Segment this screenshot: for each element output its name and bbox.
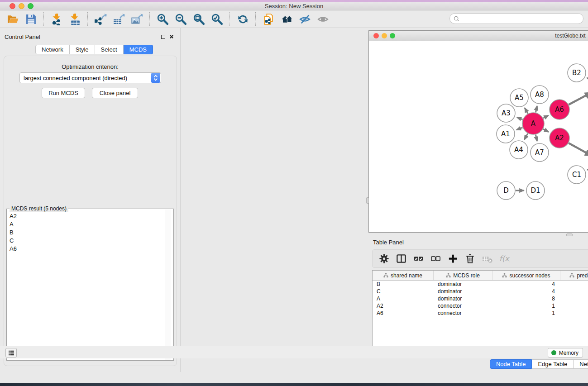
column-header-shared-name[interactable]: shared name [373, 271, 434, 280]
import-network-button[interactable] [48, 12, 66, 26]
mcds-result-item[interactable]: A6 [7, 244, 164, 253]
svg-text:f(x): f(x) [499, 254, 510, 263]
home-button[interactable] [277, 12, 296, 26]
add-button[interactable] [446, 252, 459, 266]
tab-node-table[interactable]: Node Table [490, 359, 532, 369]
graph-node-A3[interactable]: A3 [497, 104, 515, 122]
graph-node-A[interactable]: A [522, 113, 544, 134]
cell-MCDS-role: dominator [434, 295, 492, 302]
table-row[interactable]: Bdominator41B [373, 281, 588, 288]
status-bar: Memory [0, 346, 588, 358]
open-folder-button[interactable] [4, 12, 22, 26]
graph-node-A7[interactable]: A7 [531, 143, 549, 162]
horizontal-splitter-handle[interactable] [566, 234, 573, 236]
svg-text:C1: C1 [572, 171, 581, 179]
graph-node-B2[interactable]: B2 [568, 64, 586, 82]
graph-edge-A-A4[interactable] [524, 133, 528, 140]
select-all-icon [413, 253, 424, 264]
graph-edge-A2-C[interactable] [569, 143, 588, 156]
column-header-predecessor-nodes[interactable]: predecessor nodes [560, 271, 588, 280]
save-button[interactable] [22, 12, 40, 26]
memory-button[interactable]: Memory [548, 348, 583, 357]
graph-node-D1[interactable]: D1 [526, 181, 545, 200]
desktop-wallpaper-bottom [0, 383, 588, 386]
float-panel-icon[interactable] [161, 35, 165, 39]
zoom-in-button[interactable] [153, 12, 172, 26]
table-row[interactable]: A6connector11A6 [373, 310, 588, 317]
tab-mcds[interactable]: MCDS [124, 45, 153, 54]
toolbar-group [150, 12, 229, 26]
zoom-fit-button[interactable] [190, 12, 208, 26]
criterion-dropdown[interactable]: largest connected component (directed) [19, 72, 161, 83]
hide-graphics-details-button[interactable] [296, 12, 314, 26]
cell-MCDS-role: dominator [434, 288, 492, 295]
graph-node-A2[interactable]: A2 [550, 128, 569, 148]
network-window-title: testGlobe.txt [369, 33, 588, 39]
search-input[interactable] [460, 14, 583, 23]
graph-node-A5[interactable]: A5 [510, 89, 528, 107]
tab-edge-table[interactable]: Edge Table [532, 359, 574, 369]
clone-network-button[interactable] [259, 12, 277, 26]
graph-node-A1[interactable]: A1 [497, 125, 515, 143]
columns-button[interactable] [394, 252, 408, 266]
mcds-result-item[interactable]: A2 [7, 212, 164, 220]
search-field[interactable] [449, 13, 583, 24]
column-header-successor-nodes[interactable]: successor nodes [492, 271, 560, 280]
graph-edge-A-A3[interactable] [517, 117, 523, 119]
tab-select[interactable]: Select [95, 45, 124, 54]
mcds-result-item[interactable]: C [7, 236, 164, 244]
graph-edge-A-A6[interactable] [543, 115, 549, 118]
save-icon [25, 13, 37, 25]
close-panel-button[interactable]: Close panel [92, 88, 138, 98]
close-panel-icon[interactable] [169, 34, 174, 39]
cell-predecessor-nodes: 1 [560, 281, 588, 288]
graph-node-C1[interactable]: C1 [568, 166, 586, 184]
import-table-button[interactable] [66, 12, 84, 26]
columns-icon [396, 253, 407, 264]
table-row[interactable]: Adominator80A [373, 295, 588, 302]
control-panel: Control Panel NetworkStyleSelectMCDS Opt… [0, 28, 181, 372]
export-image-button[interactable] [128, 12, 146, 26]
deselect-all-button[interactable] [429, 252, 442, 266]
run-mcds-button[interactable]: Run MCDS [42, 88, 85, 98]
zoom-selected-button[interactable] [208, 12, 226, 26]
tab-network[interactable]: Network [35, 45, 70, 54]
cell-predecessor-nodes: 1 [560, 302, 588, 310]
table-toolbar: f(x) [372, 249, 588, 268]
graph-node-A8[interactable]: A8 [531, 86, 549, 104]
mcds-result-item[interactable]: B [7, 228, 164, 236]
graph-edge-A-A7[interactable] [535, 134, 537, 141]
trash-icon [464, 253, 476, 264]
mcds-result-list: A2ABCA6 [7, 212, 164, 360]
graph-edge-A-A8[interactable] [535, 106, 537, 113]
graph-node-A4[interactable]: A4 [510, 141, 528, 159]
tab-style[interactable]: Style [70, 45, 95, 54]
cell-successor-nodes: 1 [492, 302, 560, 310]
graph-edge-A-A5[interactable] [525, 108, 528, 114]
graph-edge-A6-B[interactable] [569, 92, 588, 105]
trash-button[interactable] [463, 252, 477, 266]
select-all-button[interactable] [411, 252, 425, 266]
task-history-button[interactable] [5, 348, 17, 357]
network-canvas[interactable]: B4B2BB3A5A8A6A3B1AA1C2A2A4A7C4CC1C3DD1 [369, 41, 588, 232]
mcds-result-item[interactable]: A [7, 220, 164, 228]
export-network-button[interactable] [91, 12, 110, 26]
export-table-button[interactable] [110, 12, 128, 26]
vertical-splitter-handle[interactable] [366, 197, 369, 204]
result-scrollbar[interactable] [165, 210, 171, 360]
table-row[interactable]: A2connector11A2 [373, 302, 588, 310]
gear-button[interactable] [377, 252, 391, 266]
zoom-out-button[interactable] [172, 12, 190, 26]
svg-text:D1: D1 [531, 186, 540, 195]
graph-node-A6[interactable]: A6 [550, 100, 569, 119]
graph-edge-A-A2[interactable] [543, 129, 549, 132]
svg-text:B2: B2 [572, 69, 581, 77]
memory-status-dot-icon [551, 350, 556, 355]
show-eye-button[interactable] [314, 12, 332, 26]
graph-node-D[interactable]: D [497, 181, 515, 200]
column-header-MCDS-role[interactable]: MCDS role [434, 271, 492, 280]
table-row[interactable]: Cdominator41C [373, 288, 588, 295]
graph-edge-A-A1[interactable] [516, 128, 523, 130]
tab-network-table[interactable]: Network Table [574, 359, 588, 369]
refresh-button[interactable] [234, 12, 252, 26]
